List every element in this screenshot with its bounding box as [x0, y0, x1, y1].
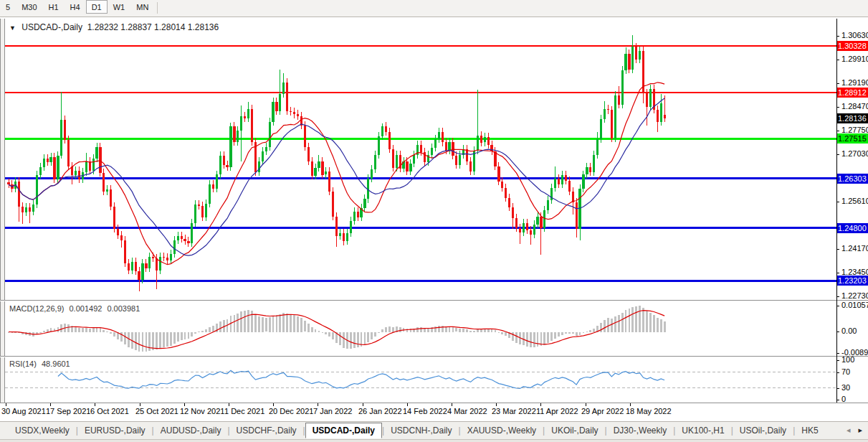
price-axis-tick [836, 131, 839, 131]
tab-scroll-right-icon[interactable]: ▸ [855, 424, 865, 436]
chart-tab-bar: USDX,Weekly|EURUSD-,Daily|AUDUSD-,Daily|… [0, 421, 868, 439]
date-axis-tick [363, 403, 363, 406]
rsi-axis-tick [836, 372, 839, 373]
chart-tab-eurusd-daily[interactable]: EURUSD-,Daily [78, 423, 152, 438]
date-axis-label: 29 Apr 2022 [581, 407, 624, 415]
price-axis-label: 1.30630 [841, 31, 867, 39]
date-axis-label: 14 Feb 2022 [403, 407, 447, 415]
price-badge-red: 1.28912 [837, 88, 868, 98]
rsi-axis-label: 70 [841, 367, 867, 376]
price-axis-tick [836, 154, 839, 155]
timeframe-button-5[interactable]: 5 [0, 0, 16, 14]
date-axis-tick [586, 403, 586, 406]
date-axis-label: 18 May 2022 [626, 407, 672, 415]
chart-left-border [4, 19, 5, 403]
rsi-panel[interactable] [0, 357, 836, 403]
price-axis-tick [836, 107, 839, 108]
chart-tab-xauusd-weekly[interactable]: XAUUSD-,Weekly [461, 423, 543, 438]
date-axis-tick [630, 403, 631, 406]
trading-terminal-window: 5M30H1H4D1W1MN ▼ USDCAD-,Daily 1.28232 1… [0, 0, 868, 442]
date-axis-tick [407, 403, 408, 406]
timeframe-button-D1[interactable]: D1 [86, 0, 108, 14]
panel-divider-highlight [0, 301, 868, 301]
chart-symbol-period: USDCAD-,Daily [22, 22, 82, 32]
chevron-down-icon[interactable]: ▼ [9, 24, 16, 32]
price-axis-tick [836, 36, 839, 37]
price-badge-blue: 1.23203 [837, 276, 868, 286]
price-badge-green: 1.27515 [837, 133, 868, 144]
price-axis-tick [836, 249, 839, 250]
chart-tab-audusd-daily[interactable]: AUDUSD-,Daily [154, 423, 228, 438]
rsi-label: RSI(14) [9, 359, 37, 368]
price-badge-blue: 1.24800 [837, 223, 868, 233]
macd-axis-label: 0.010578 [841, 301, 867, 309]
tab-scroll-left-icon[interactable]: ◂ [844, 424, 854, 436]
chart-tab-hk5[interactable]: HK5 [795, 423, 824, 438]
quote-close: 1.28136 [188, 22, 219, 32]
chart-tab-usdchf-daily[interactable]: USDCHF-,Daily [230, 423, 303, 438]
price-axis-tick [836, 273, 839, 273]
date-axis-label: 1 Dec 2021 [224, 407, 264, 415]
rsi-label-line: RSI(14) 48.9601 [9, 359, 73, 368]
chart-tab-dj30-weekly[interactable]: DJ30-,Weekly [607, 423, 673, 438]
date-axis-tick [184, 403, 185, 406]
macd-axis-tick [836, 332, 839, 332]
macd-axis-tick [836, 353, 839, 354]
rsi-axis-tick [836, 360, 839, 361]
date-axis-tick [95, 403, 95, 406]
macd-signal-value: 0.003981 [107, 304, 140, 313]
rsi-axis-label: 100 [841, 355, 867, 364]
date-axis-label: 4 Mar 2022 [447, 407, 487, 415]
status-strip [0, 439, 868, 442]
date-axis-tick [318, 403, 318, 406]
price-axis-tick [836, 60, 839, 60]
price-axis-tick [836, 202, 839, 202]
date-axis-tick [229, 403, 229, 406]
rsi-line[interactable] [58, 370, 664, 388]
toolbar-divider [157, 2, 158, 14]
price-axis-label: 1.22730 [841, 291, 867, 300]
date-axis-tick [273, 403, 274, 406]
price-axis-label: 1.24170 [841, 244, 867, 253]
panel-divider-highlight [0, 357, 868, 357]
macd-value: 0.001492 [69, 304, 102, 313]
macd-axis-label: 0.00 [841, 326, 867, 335]
price-badge-black: 1.28136 [837, 113, 868, 123]
quote-high: 1.28837 [120, 22, 151, 32]
price-axis-label: 1.29190 [841, 78, 867, 87]
timeframe-button-M30[interactable]: M30 [16, 0, 42, 14]
price-chart[interactable] [0, 19, 836, 300]
rsi-value: 48.9601 [42, 359, 70, 368]
date-axis-label: 12 Nov 2021 [180, 407, 224, 415]
rsi-axis-label: 0 [841, 395, 867, 403]
timeframe-toolbar: 5M30H1H4D1W1MN [0, 0, 868, 17]
date-axis-label: 30 Aug 2021 [1, 407, 46, 415]
price-axis-tick [836, 83, 839, 84]
tab-scroll-arrows: ◂ ▸ [844, 424, 865, 436]
price-axis-label: 1.25610 [841, 197, 867, 205]
chart-tab-usdx-weekly[interactable]: USDX,Weekly [9, 423, 76, 438]
date-axis-label: 7 Jan 2022 [313, 407, 352, 415]
chart-tab-ukoil-daily[interactable]: UKOil-,Daily [545, 423, 604, 438]
timeframe-button-MN[interactable]: MN [130, 0, 154, 14]
price-axis-label: 1.27030 [841, 149, 867, 158]
macd-label: MACD(12,26,9) [9, 304, 64, 313]
date-axis-label: 23 Mar 2022 [492, 407, 536, 415]
chart-tab-usdcnh-daily[interactable]: USDCNH-,Daily [384, 423, 458, 438]
date-axis-tick [540, 403, 541, 406]
quote-open: 1.28232 [87, 22, 118, 32]
timeframe-button-W1[interactable]: W1 [108, 0, 131, 14]
date-axis-tick [50, 403, 51, 406]
chart-tab-usoil-daily[interactable]: USOil-,Daily [733, 423, 793, 438]
date-axis-tick [496, 403, 497, 406]
chart-tab-usdcad-daily[interactable]: USDCAD-,Daily [305, 423, 382, 438]
macd-label-line: MACD(12,26,9) 0.001492 0.003981 [9, 304, 143, 313]
price-axis-label: 1.28470 [841, 102, 867, 110]
price-badge-red: 1.30328 [837, 41, 868, 51]
date-axis-tick [452, 403, 452, 406]
timeframe-button-H4[interactable]: H4 [65, 0, 86, 14]
rsi-axis-tick [836, 388, 839, 389]
price-axis-tick [836, 296, 839, 297]
timeframe-button-H1[interactable]: H1 [43, 0, 65, 14]
chart-tab-uk100-h1[interactable]: UK100-,H1 [675, 423, 730, 438]
